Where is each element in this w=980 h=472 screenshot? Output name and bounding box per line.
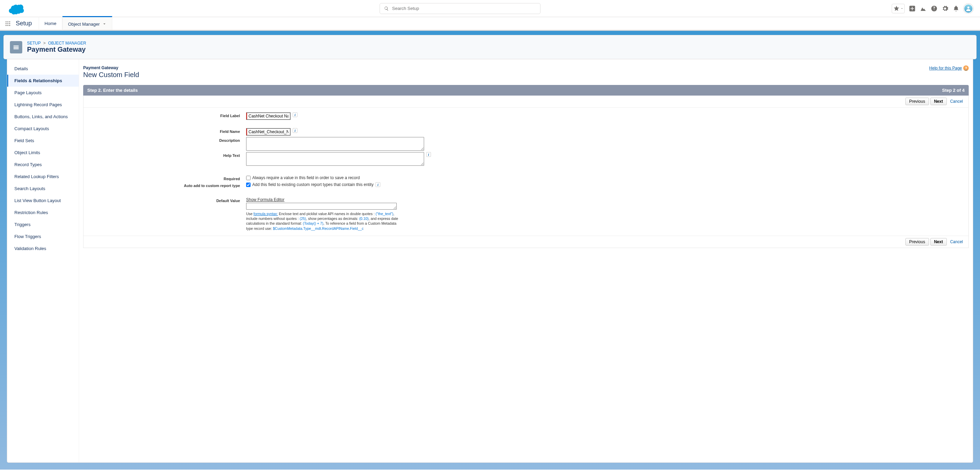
page-header-band: SETUP > OBJECT MANAGER Payment Gateway D…	[0, 31, 980, 470]
trailhead-icon[interactable]	[920, 5, 927, 12]
sidebar-item-list-view-button[interactable]: List View Button Layout	[7, 195, 79, 207]
gear-icon[interactable]	[942, 5, 948, 12]
content-heading: New Custom Field	[83, 71, 139, 79]
svg-point-7	[9, 23, 10, 24]
default-value-label: Default Value	[84, 197, 246, 231]
breadcrumb-object-manager[interactable]: OBJECT MANAGER	[48, 41, 86, 46]
step-title: Step 2. Enter the details	[87, 88, 138, 93]
field-name-label: Field Name	[84, 128, 246, 136]
sidebar-item-record-types[interactable]: Record Types	[7, 159, 79, 171]
help-text-input[interactable]	[246, 152, 424, 166]
bell-icon[interactable]	[953, 5, 959, 12]
tab-object-manager[interactable]: Object Manager	[62, 16, 113, 30]
global-header	[0, 0, 980, 17]
svg-point-5	[5, 23, 6, 24]
auto-add-text: Add this field to existing custom report…	[252, 182, 374, 187]
previous-button[interactable]: Previous	[905, 97, 929, 105]
app-launcher-icon	[5, 21, 11, 27]
search-icon	[384, 6, 389, 11]
description-input[interactable]	[246, 137, 424, 151]
sidebar-item-flow-triggers[interactable]: Flow Triggers	[7, 231, 79, 242]
user-icon	[965, 5, 972, 12]
breadcrumb: SETUP > OBJECT MANAGER	[27, 41, 86, 46]
info-icon[interactable]: i	[293, 128, 298, 133]
content-area: Payment Gateway New Custom Field Help fo…	[79, 59, 973, 462]
svg-point-10	[9, 25, 10, 26]
required-label: Required	[84, 175, 246, 181]
button-row-bottom: Previous Next Cancel	[84, 236, 968, 248]
info-icon[interactable]: i	[426, 152, 431, 157]
sidebar-item-compact-layouts[interactable]: Compact Layouts	[7, 123, 79, 135]
sidebar-item-details[interactable]: Details	[7, 63, 79, 75]
cancel-button[interactable]: Cancel	[948, 97, 965, 105]
description-label: Description	[84, 137, 246, 151]
field-label-label: Field Label	[84, 112, 246, 120]
app-nav: Setup Home Object Manager	[0, 17, 980, 31]
button-row-top: Previous Next Cancel	[84, 96, 968, 107]
auto-add-label: Auto add to custom report type	[84, 182, 246, 188]
tab-home[interactable]: Home	[39, 17, 62, 30]
favorite-button[interactable]	[892, 4, 905, 13]
sidebar-item-restriction-rules[interactable]: Restriction Rules	[7, 207, 79, 218]
help-link[interactable]: Help for this Page ?	[929, 65, 969, 71]
page-title: Payment Gateway	[27, 46, 86, 53]
default-value-input[interactable]	[246, 203, 397, 210]
sidebar-item-field-sets[interactable]: Field Sets	[7, 135, 79, 147]
app-launcher[interactable]	[0, 21, 16, 27]
required-text: Always require a value in this field in …	[252, 175, 360, 180]
sidebar-item-buttons-links[interactable]: Buttons, Links, and Actions	[7, 111, 79, 123]
step-header: Step 2. Enter the details Step 2 of 4	[83, 85, 969, 96]
sidebar-item-search-layouts[interactable]: Search Layouts	[7, 183, 79, 195]
object-subheading: Payment Gateway	[83, 65, 139, 70]
sidebar-item-validation-rules[interactable]: Validation Rules	[7, 242, 79, 255]
step-count: Step 2 of 4	[942, 88, 965, 93]
main-shell: Details Fields & Relationships Page Layo…	[7, 59, 973, 463]
formula-hint: Use formula syntax: Enclose text and pic…	[246, 211, 400, 231]
avatar[interactable]	[964, 4, 973, 13]
field-name-input[interactable]	[246, 128, 291, 136]
formula-syntax-link[interactable]: formula syntax:	[254, 212, 278, 216]
show-formula-link[interactable]: Show Formula Editor	[246, 197, 968, 202]
svg-point-6	[8, 23, 8, 24]
star-icon	[893, 5, 900, 12]
breadcrumb-setup[interactable]: SETUP	[27, 41, 41, 46]
sidebar-item-fields[interactable]: Fields & Relationships	[7, 75, 79, 87]
salesforce-logo	[7, 2, 25, 15]
help-circle-icon: ?	[963, 65, 969, 71]
svg-point-3	[8, 21, 8, 22]
svg-point-1	[967, 6, 969, 8]
svg-point-9	[8, 25, 8, 26]
search-input[interactable]	[392, 6, 536, 11]
add-icon[interactable]	[909, 5, 916, 12]
next-button[interactable]: Next	[931, 97, 947, 105]
auto-add-checkbox[interactable]	[246, 183, 251, 187]
next-button[interactable]: Next	[931, 238, 947, 246]
help-link-text: Help for this Page	[929, 66, 962, 70]
help-text-label: Help Text	[84, 152, 246, 166]
sidebar-item-object-limits[interactable]: Object Limits	[7, 147, 79, 159]
object-sidebar: Details Fields & Relationships Page Layo…	[7, 59, 79, 462]
info-icon[interactable]: i	[293, 112, 298, 117]
app-name: Setup	[16, 20, 32, 27]
sidebar-item-lightning-pages[interactable]: Lightning Record Pages	[7, 99, 79, 111]
field-label-input[interactable]	[246, 112, 291, 120]
sidebar-item-page-layouts[interactable]: Page Layouts	[7, 87, 79, 99]
svg-point-8	[5, 25, 6, 26]
previous-button[interactable]: Previous	[905, 238, 929, 246]
global-search[interactable]	[380, 3, 541, 14]
cancel-button[interactable]: Cancel	[948, 238, 965, 246]
tab-label: Object Manager	[68, 22, 100, 27]
help-icon[interactable]	[931, 5, 937, 12]
chevron-down-icon[interactable]	[102, 22, 107, 26]
sidebar-item-triggers[interactable]: Triggers	[7, 218, 79, 231]
required-checkbox[interactable]	[246, 176, 251, 180]
sidebar-item-related-lookup[interactable]: Related Lookup Filters	[7, 171, 79, 183]
page-header: SETUP > OBJECT MANAGER Payment Gateway	[3, 35, 977, 59]
chevron-down-icon	[900, 7, 903, 10]
svg-point-4	[9, 21, 10, 22]
info-icon[interactable]: i	[375, 182, 380, 187]
object-icon	[10, 41, 22, 53]
form-panel: Previous Next Cancel Field Label i	[83, 96, 969, 248]
svg-point-2	[5, 21, 6, 22]
